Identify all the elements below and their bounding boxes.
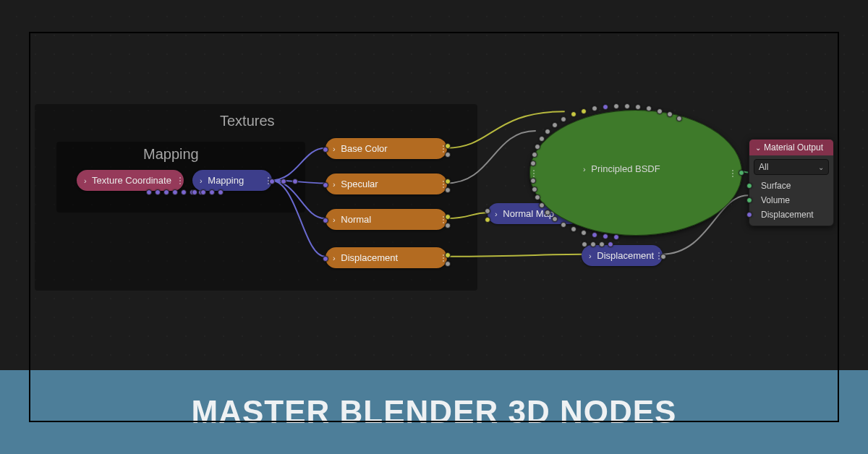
node-editor[interactable]: Textures Mapping › Texture Coordinate › <box>29 32 839 422</box>
socket[interactable] <box>445 223 451 228</box>
node-base-color[interactable]: › Base Color <box>326 138 447 159</box>
socket[interactable] <box>323 147 328 153</box>
node-title: Texture Coordinate <box>92 175 171 186</box>
chevron-right-icon: › <box>84 176 87 185</box>
grip-icon <box>443 254 444 262</box>
chevron-down-icon: ⌄ <box>755 144 761 152</box>
frame-textures-label: Textures <box>220 113 275 129</box>
grip-icon <box>658 252 660 260</box>
node-specular[interactable]: › Specular <box>326 174 447 194</box>
chevron-right-icon: › <box>589 252 592 260</box>
node-title: Mapping <box>208 175 244 186</box>
chevron-right-icon: › <box>333 215 336 224</box>
node-mapping[interactable]: › Mapping <box>192 170 272 191</box>
displacement-input-sockets <box>582 241 613 247</box>
socket[interactable] <box>323 218 328 223</box>
output-row-surface[interactable]: Surface <box>749 179 833 193</box>
node-texture-coordinate[interactable]: › Texture Coordinate <box>77 170 184 191</box>
node-title: Specular <box>341 179 378 189</box>
node-normal[interactable]: › Normal <box>326 209 447 230</box>
grip-icon <box>732 170 733 177</box>
node-material-output[interactable]: ⌄ Material Output All ⌄ Surface Volume D… <box>749 139 834 226</box>
node-title: Principled BSDF <box>591 163 660 174</box>
chevron-right-icon: › <box>333 254 336 262</box>
grip-icon <box>179 177 181 184</box>
bsdf-label: › Principled BSDF <box>583 163 660 174</box>
node-displacement[interactable]: › Displacement <box>582 245 663 266</box>
reroute[interactable] <box>292 179 298 184</box>
node-title: Displacement <box>597 250 654 261</box>
socket[interactable] <box>445 152 451 158</box>
socket[interactable] <box>445 187 451 193</box>
mapping-input-sockets <box>192 189 224 195</box>
grip-icon <box>443 216 444 223</box>
socket[interactable] <box>660 254 666 260</box>
socket[interactable] <box>746 183 752 189</box>
output-row-displacement[interactable]: Displacement <box>749 207 833 226</box>
output-label: Displacement <box>761 210 814 220</box>
node-title: Material Output <box>764 142 823 153</box>
chevron-down-icon: ⌄ <box>818 163 824 171</box>
socket[interactable] <box>323 182 328 188</box>
material-output-header[interactable]: ⌄ Material Output <box>749 140 833 155</box>
grip-icon <box>443 145 444 153</box>
chevron-right-icon: › <box>200 176 203 185</box>
output-label: Volume <box>761 195 790 205</box>
mapping-output-socket[interactable] <box>269 179 275 184</box>
grip-icon <box>443 181 444 188</box>
node-title: Displacement <box>341 252 398 263</box>
grip-icon <box>533 170 535 177</box>
socket[interactable] <box>445 143 451 149</box>
node-title: Normal <box>341 214 371 225</box>
socket[interactable] <box>746 212 752 218</box>
frame-mapping-label: Mapping <box>143 146 199 163</box>
socket[interactable] <box>445 214 451 220</box>
chevron-right-icon: › <box>333 180 336 189</box>
socket[interactable] <box>485 217 490 223</box>
socket[interactable] <box>445 261 451 267</box>
chevron-right-icon: › <box>583 165 586 174</box>
socket[interactable] <box>445 179 451 184</box>
socket[interactable] <box>485 208 490 214</box>
material-output-dropdown[interactable]: All ⌄ <box>754 159 829 175</box>
chevron-right-icon: › <box>495 210 498 218</box>
reroute[interactable] <box>281 179 286 184</box>
node-title: Base Color <box>341 143 387 154</box>
output-label: Surface <box>761 181 791 191</box>
chevron-right-icon: › <box>333 145 336 153</box>
socket[interactable] <box>445 252 451 258</box>
socket[interactable] <box>746 197 752 203</box>
output-row-volume[interactable]: Volume <box>749 193 833 207</box>
socket[interactable] <box>323 256 328 262</box>
node-displacement-tex[interactable]: › Displacement <box>326 247 447 268</box>
dropdown-value: All <box>759 162 768 172</box>
